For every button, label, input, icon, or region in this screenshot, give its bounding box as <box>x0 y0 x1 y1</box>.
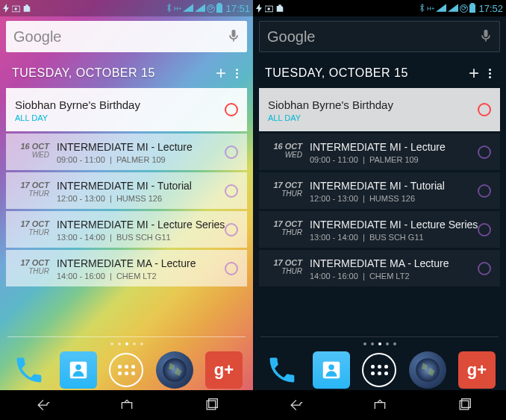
event-date: 17 OCTTHUR <box>268 180 310 198</box>
widget-date-header: TUESDAY, OCTOBER 15 <box>12 66 210 80</box>
contacts-app-icon[interactable] <box>60 351 97 389</box>
svg-point-1 <box>14 7 16 10</box>
event-title: INTERMEDIATE MI - Lecture Series <box>57 219 225 231</box>
search-bar[interactable]: Google <box>259 21 500 52</box>
notification-icon <box>22 4 31 13</box>
event-card[interactable]: 17 OCTTHUR INTERMEDIATE MI - Tutorial 12… <box>259 172 500 209</box>
phone-light: H+ ⟳ 17:51 Google TUESDAY, OCTOBER 15 + … <box>0 0 253 420</box>
mic-icon[interactable] <box>478 28 492 45</box>
event-card[interactable]: Siobhan Byrne's Birthday ALL DAY <box>6 88 247 131</box>
search-placeholder: Google <box>267 28 478 46</box>
notification-icon <box>256 4 263 13</box>
svg-point-10 <box>329 365 335 371</box>
color-ring-icon <box>225 223 238 236</box>
event-title: Siobhan Byrne's Birthday <box>268 98 478 111</box>
page-indicator <box>253 339 506 348</box>
contacts-app-icon[interactable] <box>313 351 350 389</box>
svg-rect-5 <box>207 401 216 410</box>
svg-rect-12 <box>460 401 469 410</box>
app-drawer-icon[interactable] <box>109 353 143 387</box>
event-date: 17 OCTTHUR <box>15 257 57 275</box>
color-ring-icon <box>225 103 238 116</box>
notification-icon <box>265 4 274 13</box>
event-card[interactable]: 16 OCTWED INTERMEDIATE MI - Lecture 09:0… <box>6 134 247 170</box>
event-title: Siobhan Byrne's Birthday <box>15 98 225 111</box>
mic-icon[interactable] <box>226 28 240 45</box>
bluetooth-icon <box>419 3 425 14</box>
signal-icon <box>448 4 458 13</box>
add-event-button[interactable]: + <box>463 63 485 84</box>
browser-app-icon[interactable] <box>156 351 193 389</box>
svg-rect-6 <box>208 399 217 408</box>
app-drawer-icon[interactable] <box>362 353 396 387</box>
event-title: INTERMEDIATE MI - Lecture <box>57 141 225 153</box>
signal-icon <box>195 4 205 13</box>
svg-point-4 <box>163 358 187 382</box>
color-ring-icon <box>225 262 238 275</box>
phone-app-icon[interactable] <box>263 351 301 389</box>
phone-app-icon[interactable] <box>10 351 48 389</box>
notification-icon <box>3 4 10 13</box>
event-title: INTERMEDIATE MI - Tutorial <box>57 180 225 192</box>
event-title: INTERMEDIATE MI - Lecture Series <box>310 219 478 231</box>
event-card[interactable]: 17 OCTTHUR INTERMEDIATE MI - Tutorial 12… <box>6 172 247 209</box>
svg-rect-13 <box>461 399 470 408</box>
gplus-app-icon[interactable]: g+ <box>458 351 496 389</box>
back-button[interactable] <box>287 398 304 412</box>
home-button[interactable] <box>118 398 136 412</box>
nav-bar <box>0 390 253 420</box>
event-subtitle: 09:00 - 11:00 | PALMER 109 <box>310 155 478 164</box>
status-bar[interactable]: H+ ⟳ 17:52 <box>253 0 506 16</box>
event-allday: ALL DAY <box>15 113 48 122</box>
event-subtitle: 14:00 - 16:00 | CHEM LT2 <box>57 272 225 280</box>
calendar-widget: TUESDAY, OCTOBER 15 + Siobhan Byrne's Bi… <box>6 55 247 289</box>
network-type: H+ <box>174 5 181 12</box>
event-subtitle: 12:00 - 13:00 | HUMSS 126 <box>310 194 478 203</box>
svg-point-8 <box>267 7 269 10</box>
back-button[interactable] <box>34 398 51 412</box>
notification-icon <box>12 4 21 13</box>
event-subtitle: 13:00 - 14:00 | BUS SCH G11 <box>57 233 225 242</box>
color-ring-icon <box>225 184 238 198</box>
network-type: H+ <box>427 5 434 12</box>
color-ring-icon <box>225 145 238 159</box>
clock: 17:51 <box>225 3 250 14</box>
add-event-button[interactable]: + <box>210 63 232 84</box>
event-date: 17 OCTTHUR <box>15 219 57 236</box>
page-indicator <box>0 339 253 348</box>
event-card[interactable]: Siobhan Byrne's Birthday ALL DAY <box>259 88 500 131</box>
status-bar[interactable]: H+ ⟳ 17:51 <box>0 0 253 16</box>
event-card[interactable]: 17 OCTTHUR INTERMEDIATE MA - Lecture 14:… <box>259 250 500 286</box>
event-title: INTERMEDIATE MA - Lecture <box>57 257 225 269</box>
browser-app-icon[interactable] <box>409 351 446 389</box>
overflow-menu-icon[interactable] <box>232 69 243 78</box>
gplus-app-icon[interactable]: g+ <box>205 351 243 389</box>
event-card[interactable]: 17 OCTTHUR INTERMEDIATE MI - Lecture Ser… <box>6 211 247 248</box>
color-ring-icon <box>478 223 491 236</box>
color-ring-icon <box>478 103 491 116</box>
sync-icon: ⟳ <box>207 4 215 13</box>
recent-button[interactable] <box>455 398 473 412</box>
battery-icon <box>216 3 222 14</box>
dock: g+ <box>0 348 253 390</box>
home-button[interactable] <box>371 398 389 412</box>
widget-date-header: TUESDAY, OCTOBER 15 <box>265 66 463 80</box>
dock-divider <box>260 336 499 337</box>
event-card[interactable]: 17 OCTTHUR INTERMEDIATE MI - Lecture Ser… <box>259 211 500 248</box>
event-card[interactable]: 17 OCTTHUR INTERMEDIATE MA - Lecture 14:… <box>6 250 247 286</box>
overflow-menu-icon[interactable] <box>485 69 496 78</box>
dock: g+ <box>253 348 506 390</box>
phone-dark: H+ ⟳ 17:52 Google TUESDAY, OCTOBER 15 + … <box>253 0 506 420</box>
event-card[interactable]: 16 OCTWED INTERMEDIATE MI - Lecture 09:0… <box>259 134 500 170</box>
recent-button[interactable] <box>202 398 220 412</box>
bluetooth-icon <box>166 3 172 14</box>
nav-bar <box>253 390 506 420</box>
event-title: INTERMEDIATE MI - Lecture <box>310 141 478 153</box>
event-date: 17 OCTTHUR <box>268 219 310 236</box>
color-ring-icon <box>478 145 491 159</box>
event-subtitle: 12:00 - 13:00 | HUMSS 126 <box>57 194 225 203</box>
clock: 17:52 <box>478 3 503 14</box>
color-ring-icon <box>478 184 491 198</box>
event-subtitle: 14:00 - 16:00 | CHEM LT2 <box>310 272 478 280</box>
search-bar[interactable]: Google <box>6 21 247 52</box>
